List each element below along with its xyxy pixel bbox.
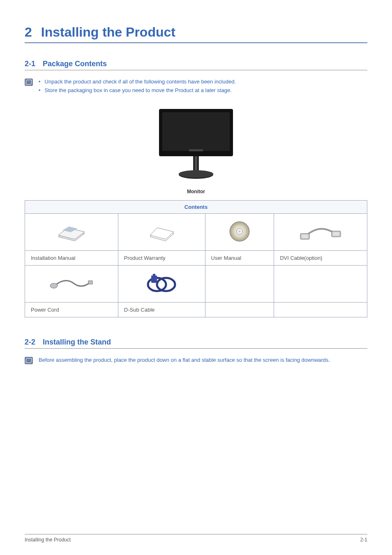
table-header: Contents (25, 200, 367, 213)
chapter-title: 2Installing the Product (25, 25, 367, 43)
installation-manual-icon (55, 221, 88, 242)
note-block-1: •Unpack the product and check if all of … (25, 78, 367, 95)
cell-image (25, 213, 118, 250)
cell-label (274, 302, 367, 317)
table-row (25, 213, 367, 250)
note-text: Before assembling the product, place the… (39, 356, 367, 364)
section-heading-2-2: 2-2Installing the Stand (25, 338, 367, 349)
svg-rect-24 (153, 274, 155, 277)
cell-label: Product Warranty (118, 250, 205, 265)
svg-point-14 (238, 230, 241, 233)
empty-cell (205, 265, 274, 302)
section-title: Package Contents (43, 60, 107, 68)
cell-image (118, 265, 205, 302)
monitor-caption: Monitor (25, 189, 367, 194)
table-row: Power Cord D-Sub Cable (25, 302, 367, 317)
footer-left: Installing the Product (25, 537, 71, 543)
list-item: •Unpack the product and check if all of … (39, 78, 367, 86)
bullet-text: Store the packaging box in case you need… (45, 86, 232, 95)
svg-rect-4 (195, 156, 197, 171)
monitor-image (147, 105, 245, 183)
cell-image (118, 213, 205, 250)
svg-rect-18 (333, 232, 339, 236)
section-heading-2-1: 2-1Package Contents (25, 60, 367, 70)
empty-cell (274, 265, 367, 302)
list-item: •Store the packaging box in case you nee… (39, 86, 367, 95)
section-title: Installing the Stand (43, 338, 111, 346)
power-cord-icon (49, 275, 94, 291)
monitor-illustration: Monitor (25, 105, 367, 194)
bullet-dot-icon: • (39, 78, 41, 86)
cell-label: Power Cord (25, 302, 118, 317)
note-icon (25, 357, 33, 364)
bullet-text: Unpack the product and check if all of t… (45, 78, 236, 86)
cell-label: D-Sub Cable (118, 302, 205, 317)
cell-image (274, 213, 367, 250)
note-block-2: Before assembling the product, place the… (25, 356, 367, 364)
svg-rect-2 (189, 149, 203, 151)
cell-label: User Manual (205, 250, 274, 265)
bullet-list: •Unpack the product and check if all of … (39, 78, 367, 95)
svg-rect-20 (88, 281, 92, 284)
user-manual-cd-icon (228, 220, 251, 243)
chapter-number: 2 (25, 25, 32, 39)
svg-point-19 (50, 283, 58, 288)
bullet-dot-icon: • (39, 86, 41, 95)
footer-right: 2-1 (360, 537, 367, 543)
svg-point-6 (179, 170, 213, 178)
contents-table: Contents Installation Manual Product War… (25, 200, 367, 317)
svg-rect-17 (302, 235, 308, 238)
section-number: 2-2 (25, 338, 35, 346)
cell-label: DVI Cable(option) (274, 250, 367, 265)
cell-image (205, 213, 274, 250)
cell-image (25, 265, 118, 302)
dvi-cable-icon (298, 221, 343, 242)
page-footer: Installing the Product 2-1 (25, 534, 367, 543)
table-row: Installation Manual Product Warranty Use… (25, 250, 367, 265)
chapter-title-text: Installing the Product (41, 25, 175, 39)
note-icon (25, 79, 33, 86)
d-sub-cable-icon (143, 273, 180, 294)
product-warranty-icon (145, 221, 178, 242)
table-row (25, 265, 367, 302)
section-number: 2-1 (25, 60, 35, 68)
cell-label (205, 302, 274, 317)
svg-rect-1 (162, 112, 230, 151)
cell-label: Installation Manual (25, 250, 118, 265)
